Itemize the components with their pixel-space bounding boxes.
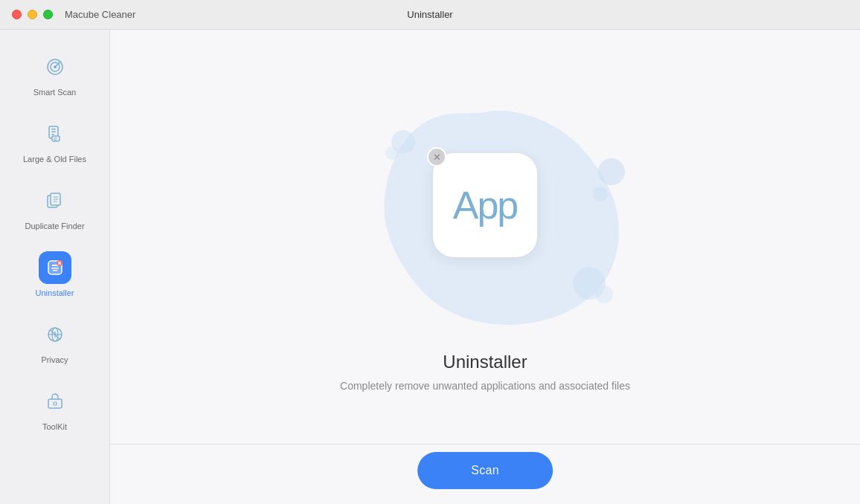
sidebar-item-uninstaller[interactable]: Uninstaller — [10, 242, 100, 306]
duplicate-icon — [45, 191, 65, 210]
sidebar-item-smart-scan[interactable]: Smart Scan — [10, 42, 100, 106]
close-badge: ✕ — [427, 147, 446, 167]
privacy-icon-container — [39, 318, 71, 351]
minimize-button[interactable] — [28, 10, 37, 19]
svg-rect-5 — [51, 129, 56, 130]
toolkit-icon-container — [39, 385, 71, 418]
svg-rect-6 — [51, 132, 56, 133]
close-button[interactable] — [12, 10, 22, 19]
sidebar: Smart Scan ⏱ Large & Old Files — [0, 30, 110, 504]
maximize-button[interactable] — [43, 10, 53, 19]
sidebar-item-large-old-files[interactable]: ⏱ Large & Old Files — [10, 109, 100, 172]
title-bar: Macube Cleaner Uninstaller — [0, 0, 860, 30]
svg-rect-7 — [51, 134, 54, 135]
radar-icon — [45, 57, 65, 77]
illustration: ✕ App — [329, 83, 641, 328]
traffic-lights — [12, 10, 53, 19]
svg-rect-25 — [48, 399, 62, 408]
smart-scan-label: Smart Scan — [33, 88, 76, 97]
svg-rect-26 — [54, 402, 57, 405]
bottom-divider — [110, 444, 860, 445]
uninstaller-icon-container — [39, 251, 71, 284]
uninstaller-label: Uninstaller — [36, 288, 74, 297]
page-subtitle: Completely remove unwanted applications … — [340, 380, 630, 392]
sidebar-item-toolkit[interactable]: ToolKit — [10, 376, 100, 440]
app-name: Macube Cleaner — [65, 9, 135, 20]
duplicate-finder-label: Duplicate Finder — [25, 222, 84, 230]
large-old-files-label: Large & Old Files — [23, 155, 86, 164]
main-container: Smart Scan ⏱ Large & Old Files — [0, 30, 860, 504]
privacy-icon — [45, 325, 65, 344]
app-icon-card: ✕ App — [433, 153, 537, 257]
scan-button[interactable]: Scan — [417, 452, 553, 489]
sidebar-item-privacy[interactable]: Privacy — [10, 309, 100, 373]
svg-point-32 — [385, 146, 399, 160]
toolkit-icon — [45, 392, 65, 411]
duplicate-finder-icon-container — [39, 184, 71, 217]
privacy-label: Privacy — [41, 355, 68, 364]
file-icon: ⏱ — [45, 124, 65, 143]
page-title: Uninstaller — [443, 352, 527, 372]
toolkit-label: ToolKit — [42, 422, 67, 431]
uninstaller-icon — [45, 258, 65, 277]
content-area: ✕ App Uninstaller Completely remove unwa… — [110, 30, 860, 504]
close-badge-icon: ✕ — [433, 152, 441, 162]
app-icon-text: App — [453, 183, 518, 227]
large-old-files-icon-container: ⏱ — [39, 117, 71, 150]
scan-button-container: Scan — [417, 452, 553, 489]
svg-point-30 — [595, 285, 613, 303]
smart-scan-icon-container — [39, 51, 71, 83]
sidebar-item-duplicate-finder[interactable]: Duplicate Finder — [10, 175, 100, 239]
svg-point-28 — [593, 187, 608, 201]
window-title: Uninstaller — [407, 9, 452, 20]
svg-point-27 — [598, 158, 625, 185]
svg-text:⏱: ⏱ — [54, 137, 57, 141]
